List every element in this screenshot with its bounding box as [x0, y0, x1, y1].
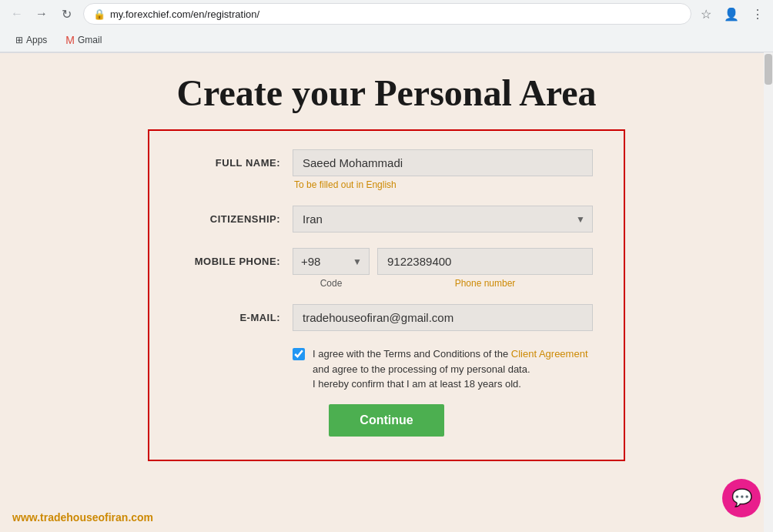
registration-form: FULL NAME: To be filled out in English C…: [148, 129, 625, 461]
phone-labels: Code Phone number: [293, 278, 593, 289]
full-name-hint: To be filled out in English: [294, 179, 593, 190]
nav-buttons: ← → ↻: [6, 3, 77, 25]
citizenship-select-wrapper: Iran ▼: [293, 206, 593, 233]
address-bar[interactable]: [110, 8, 681, 20]
menu-icon[interactable]: ⋮: [748, 4, 767, 25]
phone-code-label: Code: [293, 278, 370, 289]
lock-icon: 🔒: [93, 8, 105, 20]
scrollbar-thumb[interactable]: [765, 54, 772, 85]
agreement-text3: I hereby confirm that I am at least 18 y…: [313, 378, 521, 390]
agreement-text: I agree with the Terms and Conditions of…: [313, 346, 593, 392]
full-name-input[interactable]: [293, 149, 593, 176]
agreement-row: I agree with the Terms and Conditions of…: [180, 346, 593, 392]
phone-code-select[interactable]: +98: [293, 248, 370, 275]
apps-bookmark[interactable]: ⊞ Apps: [9, 32, 53, 49]
full-name-label: FULL NAME:: [180, 149, 280, 169]
profile-icon[interactable]: 👤: [721, 4, 742, 25]
citizenship-group: Iran ▼: [293, 206, 593, 233]
back-button[interactable]: ←: [6, 3, 28, 25]
chat-bubble[interactable]: 💬: [722, 479, 761, 517]
apps-label: Apps: [26, 35, 47, 45]
gmail-bookmark[interactable]: M Gmail: [59, 31, 108, 49]
bookmark-star-icon[interactable]: ☆: [698, 4, 714, 25]
agreement-checkbox[interactable]: [293, 348, 305, 360]
bookmarks-bar: ⊞ Apps M Gmail: [0, 28, 773, 52]
continue-row: Continue: [180, 404, 593, 437]
apps-grid-icon: ⊞: [15, 35, 23, 45]
page-title: Create your Personal Area: [0, 53, 773, 129]
scrollbar-track: [764, 52, 773, 532]
website-link[interactable]: www.tradehouseofiran.com: [12, 511, 153, 524]
email-label: E-MAIL:: [180, 304, 280, 323]
citizenship-row: CITIZENSHIP: Iran ▼: [180, 206, 593, 233]
forward-button[interactable]: →: [31, 3, 52, 25]
chat-icon: 💬: [731, 488, 752, 508]
agreement-text2: and agree to the processing of my person…: [313, 363, 530, 375]
agreement-text1: I agree with the Terms and Conditions of…: [313, 348, 508, 360]
continue-button[interactable]: Continue: [329, 404, 443, 437]
phone-inputs-row: +98 ▼: [293, 248, 593, 275]
browser-chrome: ← → ↻ 🔒 ☆ 👤 ⋮ ⊞ Apps M Gmail: [0, 0, 773, 53]
full-name-row: FULL NAME: To be filled out in English: [180, 149, 593, 190]
citizenship-label: CITIZENSHIP:: [180, 206, 280, 225]
full-name-group: To be filled out in English: [293, 149, 593, 190]
client-agreement-link[interactable]: Client Agreement: [511, 348, 588, 360]
mobile-phone-row: MOBILE PHONE: +98 ▼ Code Phone number: [180, 248, 593, 289]
reload-button[interactable]: ↻: [55, 3, 77, 25]
email-group: [293, 304, 593, 331]
mobile-phone-group: +98 ▼ Code Phone number: [293, 248, 593, 289]
gmail-label: Gmail: [78, 35, 102, 45]
address-bar-container: 🔒: [83, 3, 691, 25]
phone-number-label: Phone number: [377, 278, 593, 289]
gmail-icon: M: [65, 34, 75, 46]
mobile-phone-label: MOBILE PHONE:: [180, 248, 280, 267]
phone-code-wrapper: +98 ▼: [293, 248, 370, 275]
email-input[interactable]: [293, 304, 593, 331]
page-content: Create your Personal Area FULL NAME: To …: [0, 53, 773, 532]
email-row: E-MAIL:: [180, 304, 593, 331]
citizenship-select[interactable]: Iran: [293, 206, 593, 233]
phone-number-input[interactable]: [377, 248, 593, 275]
browser-toolbar: ← → ↻ 🔒 ☆ 👤 ⋮: [0, 0, 773, 28]
